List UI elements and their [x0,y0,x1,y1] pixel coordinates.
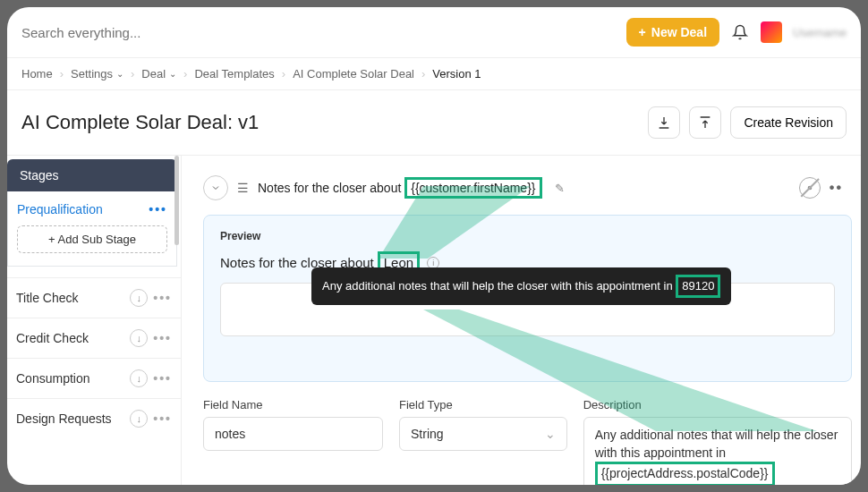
expression-highlight: {{customer.firstName}} [404,177,541,199]
description-input[interactable]: Any additional notes that will help the … [583,417,852,485]
arrow-down-icon[interactable]: ↓ [130,289,148,307]
field-name-input[interactable] [203,417,383,451]
breadcrumb-item[interactable]: Deal ⌄ [141,67,176,81]
stage-menu-icon[interactable]: ••• [153,331,172,345]
description-label: Description [583,398,852,411]
field-name-label: Field Name [203,398,383,411]
username: Username [793,26,847,39]
avatar[interactable] [761,21,782,43]
stage-menu-icon[interactable]: ••• [153,411,172,426]
page-title: AI Complete Solar Deal: v1 [21,111,639,134]
title-bar: AI Complete Solar Deal: v1 Create Revisi… [7,90,861,156]
breadcrumb: Home› Settings ⌄› Deal ⌄› Deal Templates… [7,58,861,90]
stage-item[interactable]: Credit Check↓••• [7,318,181,358]
breadcrumb-item[interactable]: AI Complete Solar Deal [293,67,414,81]
breadcrumb-item[interactable]: Home [21,67,53,81]
preview-panel: Preview Notes for the closer about Leon … [203,215,852,382]
sidebar: Stages Prequalification ••• + Add Sub St… [7,156,182,485]
arrow-down-icon[interactable]: ↓ [130,369,148,387]
main-panel: ☰ Notes for the closer about {{customer.… [182,156,861,485]
breadcrumb-current: Version 1 [432,67,481,81]
stage-item[interactable]: Consumption↓••• [7,358,181,398]
section-menu-icon[interactable]: •• [830,180,843,196]
stage-menu-icon[interactable]: ••• [153,291,172,305]
stage-label[interactable]: Prequalification [17,202,103,216]
stage-menu-icon[interactable]: ••• [153,371,172,386]
topbar: +New Deal Username [7,7,861,58]
visibility-off-icon[interactable] [799,177,821,199]
add-sub-stage-button[interactable]: + Add Sub Stage [17,225,167,253]
notifications-icon[interactable] [730,22,750,42]
stage-item[interactable]: Design Requests↓••• [7,398,181,438]
edit-icon[interactable]: ✎ [555,182,565,195]
stage-menu-icon[interactable]: ••• [149,202,167,216]
search-input[interactable] [21,25,616,40]
download-button[interactable] [648,106,680,139]
upload-button[interactable] [689,106,721,139]
section-title: Notes for the closer about {{customer.fi… [258,177,542,199]
create-revision-button[interactable]: Create Revision [730,106,847,139]
svg-point-0 [808,186,812,190]
collapse-toggle[interactable] [203,175,228,200]
field-type-label: Field Type [399,398,567,411]
breadcrumb-item[interactable]: Settings ⌄ [71,67,123,81]
stages-header: Stages [7,159,177,191]
tooltip: Any additional notes that will help the … [311,267,731,305]
section-header: ☰ Notes for the closer about {{customer.… [203,168,861,215]
tooltip-value-highlight: 89120 [676,275,720,298]
stage-item[interactable]: Title Check↓••• [7,277,181,318]
new-deal-button[interactable]: +New Deal [626,18,719,47]
stage-active: Prequalification ••• + Add Sub Stage [7,191,177,267]
list-icon: ☰ [237,181,249,195]
arrow-down-icon[interactable]: ↓ [130,410,148,428]
expression-highlight: {{projectAddress.postalCode}} [595,462,775,485]
arrow-down-icon[interactable]: ↓ [130,329,148,347]
breadcrumb-item[interactable]: Deal Templates [194,67,274,81]
fields-row: Field Name Field Type String⌄ Descriptio… [203,398,852,485]
preview-label: Preview [220,230,835,242]
field-type-select[interactable]: String⌄ [399,417,567,451]
